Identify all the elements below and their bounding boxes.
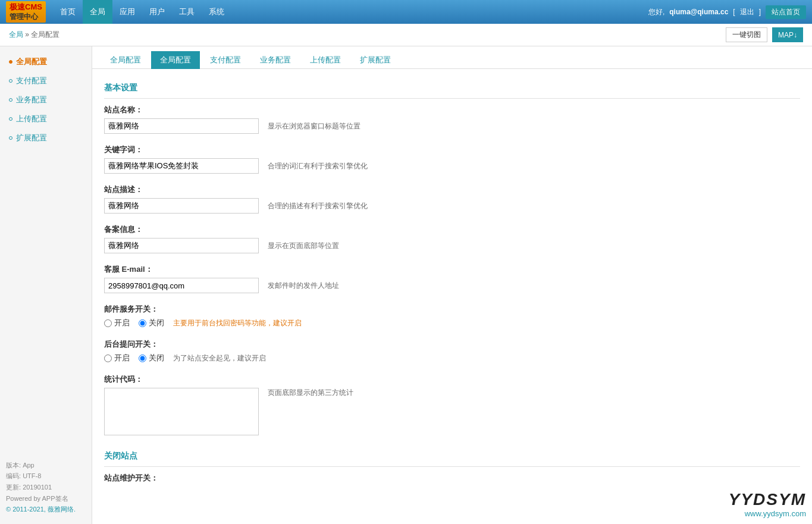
sidebar-label-global-config: 全局配置: [16, 57, 47, 67]
form-group-site-name: 站点名称： 显示在浏览器窗口标题等位置: [104, 105, 800, 134]
powered-text: Powered by APP签名: [6, 495, 68, 502]
form-group-maintenance: 站点维护开关：: [104, 473, 800, 484]
sidebar-dot-3: [9, 98, 12, 102]
tab-extend-config[interactable]: 扩展配置: [351, 51, 400, 69]
sidebar-item-upload-config[interactable]: 上传配置: [0, 109, 92, 128]
radio-backend-on-label: 开启: [114, 353, 130, 363]
sidebar-item-business-config[interactable]: 业务配置: [0, 90, 92, 109]
input-site-name[interactable]: [104, 118, 259, 134]
radio-backend-on-input[interactable]: [104, 354, 112, 362]
logo-bottom: 管理中心: [10, 12, 42, 22]
radio-backend-off[interactable]: 关闭: [139, 353, 164, 363]
sidebar-label-payment-config: 支付配置: [16, 76, 47, 86]
tab-business-config[interactable]: 业务配置: [251, 51, 300, 69]
hint-email: 发邮件时的发件人地址: [268, 281, 339, 291]
radio-backend-off-input[interactable]: [139, 354, 146, 362]
input-email[interactable]: [104, 278, 259, 293]
label-stat-code: 统计代码：: [104, 374, 800, 385]
textarea-stat-code[interactable]: [104, 388, 259, 435]
hint-site-name: 显示在浏览器窗口标题等位置: [268, 121, 360, 131]
form-group-stat-code: 统计代码： 页面底部显示的第三方统计: [104, 374, 800, 435]
form-group-backend-switch: 后台提问开关： 开启 关闭 为了站点安全起见，建议开启: [104, 339, 800, 363]
watermark-line2: www.yydsym.com: [729, 509, 806, 518]
sidebar: 全局配置 支付配置 业务配置 上传配置 扩展配置 版本: App 编码: UTF…: [0, 46, 92, 524]
sidebar-item-global-config[interactable]: 全局配置: [0, 52, 92, 71]
form-group-description: 站点描述： 合理的描述有利于搜索引擎优化: [104, 184, 800, 214]
breadcrumb-sep: »: [25, 30, 29, 39]
update-label: 更新:: [6, 484, 21, 491]
version-label: 版本:: [6, 462, 21, 469]
top-nav: 极速CMS 管理中心 首页 全局 应用 用户 工具 系统 您好, qiuma@q…: [0, 0, 812, 24]
label-description: 站点描述：: [104, 184, 800, 195]
header-actions: 一键切图 MAP↓: [726, 27, 803, 42]
breadcrumb: 全局 » 全局配置: [9, 30, 726, 40]
logo-top: 极速CMS: [10, 2, 42, 12]
label-email-switch: 邮件服务开关：: [104, 304, 800, 315]
hint-description: 合理的描述有利于搜索引擎优化: [268, 201, 368, 211]
breadcrumb-root[interactable]: 全局: [9, 30, 23, 39]
tab-global-config-2[interactable]: 全局配置: [151, 51, 200, 69]
copyright-link[interactable]: © 2011-2021, 薇雅网络.: [6, 506, 76, 513]
nav-global[interactable]: 全局: [83, 0, 112, 24]
radio-group-backend-switch: 开启 关闭: [104, 353, 164, 363]
sidebar-footer: 版本: App 编码: UTF-8 更新: 20190101 Powered b…: [0, 457, 92, 518]
section-basic-title: 基本设置: [104, 78, 800, 99]
header-bar: 全局 » 全局配置 一键切图 MAP↓: [0, 24, 812, 46]
nav-system[interactable]: 系统: [202, 0, 231, 24]
hint-icp: 显示在页面底部等位置: [268, 241, 339, 251]
user-email: qiuma@qiuma.cc: [669, 8, 728, 16]
tab-upload-config[interactable]: 上传配置: [301, 51, 350, 69]
form-content: 基本设置 站点名称： 显示在浏览器窗口标题等位置 关键字词： 合理的词汇有利于搜…: [92, 69, 812, 503]
breadcrumb-current: 全局配置: [31, 30, 59, 39]
hint-email-switch: 主要用于前台找回密码等功能，建议开启: [173, 318, 302, 328]
nav-home[interactable]: 首页: [53, 0, 83, 24]
map-button[interactable]: MAP↓: [772, 27, 803, 42]
row-email: 发邮件时的发件人地址: [104, 278, 800, 293]
sidebar-item-extend-config[interactable]: 扩展配置: [0, 128, 92, 148]
radio-email-on[interactable]: 开启: [104, 318, 130, 328]
row-site-name: 显示在浏览器窗口标题等位置: [104, 118, 800, 134]
tab-nav: 全局配置 全局配置 支付配置 业务配置 上传配置 扩展配置: [92, 46, 812, 69]
sidebar-dot-4: [9, 117, 12, 121]
nav-user[interactable]: 用户: [142, 0, 172, 24]
row-description: 合理的描述有利于搜索引擎优化: [104, 198, 800, 214]
logo: 极速CMS 管理中心: [6, 1, 46, 23]
sidebar-label-extend-config: 扩展配置: [16, 133, 47, 143]
input-icp[interactable]: [104, 238, 259, 253]
radio-email-on-input[interactable]: [104, 319, 112, 327]
form-group-keywords: 关键字词： 合理的词汇有利于搜索引擎优化: [104, 145, 800, 174]
tab-global-config-1[interactable]: 全局配置: [101, 51, 150, 69]
top-right-area: 您好, qiuma@qiuma.cc [退出] 站点首页: [648, 5, 806, 19]
logout-link[interactable]: 退出: [740, 7, 754, 17]
row-stat-code: 页面底部显示的第三方统计: [104, 388, 800, 435]
form-group-icp: 备案信息： 显示在页面底部等位置: [104, 224, 800, 253]
watermark-line1: YYDSYM: [729, 490, 806, 509]
sidebar-label-business-config: 业务配置: [16, 95, 47, 105]
radio-backend-off-label: 关闭: [149, 353, 164, 363]
hint-stat-code: 页面底部显示的第三方统计: [268, 388, 353, 398]
radio-email-on-label: 开启: [114, 318, 130, 328]
switch-button[interactable]: 一键切图: [726, 27, 767, 42]
tab-payment-config[interactable]: 支付配置: [201, 51, 250, 69]
row-backend-switch: 开启 关闭 为了站点安全起见，建议开启: [104, 353, 800, 363]
radio-email-off-input[interactable]: [139, 319, 146, 327]
form-group-email-switch: 邮件服务开关： 开启 关闭 主要用于前台找回密码等功能，建议开启: [104, 304, 800, 328]
nav-tools[interactable]: 工具: [172, 0, 202, 24]
site-home-button[interactable]: 站点首页: [766, 5, 806, 19]
radio-backend-on[interactable]: 开启: [104, 353, 130, 363]
input-description[interactable]: [104, 198, 259, 214]
row-icp: 显示在页面底部等位置: [104, 238, 800, 253]
section-close-site-title: 关闭站点: [104, 446, 800, 467]
content-area: 全局配置 全局配置 支付配置 业务配置 上传配置 扩展配置 基本设置 站点名称：…: [92, 46, 812, 524]
nav-app[interactable]: 应用: [112, 0, 142, 24]
radio-email-off-label: 关闭: [149, 318, 164, 328]
input-keywords[interactable]: [104, 158, 259, 174]
sidebar-item-payment-config[interactable]: 支付配置: [0, 71, 92, 90]
logout-bracket: [: [733, 8, 735, 16]
sidebar-label-upload-config: 上传配置: [16, 114, 47, 124]
main-layout: 全局配置 支付配置 业务配置 上传配置 扩展配置 版本: App 编码: UTF…: [0, 46, 812, 524]
radio-email-off[interactable]: 关闭: [139, 318, 164, 328]
encoding-value: UTF-8: [23, 472, 41, 479]
label-backend-switch: 后台提问开关：: [104, 339, 800, 350]
footer-watermark: YYDSYM www.yydsym.com: [729, 490, 806, 518]
